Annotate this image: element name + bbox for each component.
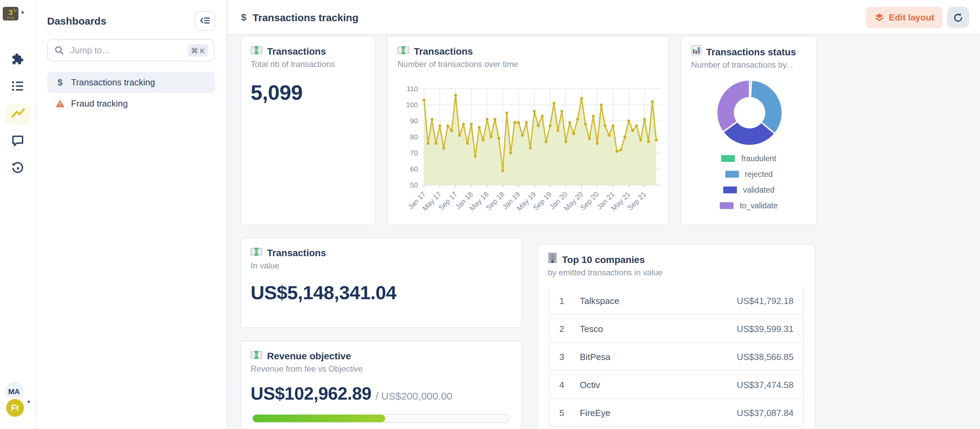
svg-text:€: € bbox=[255, 250, 258, 254]
revenue-progress-bar bbox=[252, 414, 510, 423]
rail-item-history[interactable] bbox=[5, 158, 30, 180]
collapse-sidebar-icon bbox=[199, 15, 210, 26]
legend-swatch bbox=[723, 187, 737, 193]
company-name: Tesco bbox=[580, 324, 737, 334]
collapse-sidebar-button[interactable] bbox=[195, 11, 215, 30]
building-icon bbox=[548, 253, 557, 266]
nav-rail: 3 Bank ▾ MA Ft ▾ bbox=[0, 0, 36, 429]
company-name: BitPesa bbox=[580, 351, 737, 362]
layers-icon bbox=[874, 12, 884, 22]
legend-swatch bbox=[722, 155, 735, 162]
warning-icon bbox=[55, 99, 65, 108]
total-transactions-value: 5,099 bbox=[251, 81, 365, 105]
dollar-icon: $ bbox=[241, 12, 247, 22]
svg-text:€: € bbox=[255, 353, 258, 357]
legend-item-rejected[interactable]: rejected bbox=[725, 170, 773, 178]
table-row: 3BitPesaUS$38,566.85 bbox=[550, 343, 803, 371]
card-transactions-over-time: € Transactions Number of transactions ov… bbox=[387, 36, 668, 225]
company-value: US$37,474.58 bbox=[737, 380, 794, 390]
refresh-icon bbox=[953, 12, 964, 23]
company-value: US$37,087.84 bbox=[737, 407, 794, 418]
legend-label: validated bbox=[743, 186, 775, 194]
search-input[interactable] bbox=[69, 45, 188, 56]
donut-slice-rejected bbox=[751, 80, 782, 134]
legend-label: to_validate bbox=[740, 201, 778, 210]
rail-item-list[interactable] bbox=[5, 77, 30, 98]
svg-text:€: € bbox=[402, 48, 404, 52]
company-rank: 5 bbox=[559, 407, 580, 418]
svg-text:100: 100 bbox=[406, 101, 418, 108]
jump-to-search[interactable]: ⌘ K bbox=[47, 39, 215, 62]
legend-item-to_validate[interactable]: to_validate bbox=[720, 201, 778, 210]
edit-layout-button[interactable]: Edit layout bbox=[865, 7, 942, 28]
user-caret-icon[interactable]: ▾ bbox=[27, 399, 30, 405]
revenue-target: / US$200,000.00 bbox=[375, 390, 452, 402]
user-avatar[interactable]: Ft bbox=[5, 397, 25, 418]
company-name: Talkspace bbox=[580, 295, 737, 306]
table-row: 1TalkspaceUS$41,792.18 bbox=[550, 287, 803, 315]
company-name: Octiv bbox=[580, 380, 737, 390]
workspace-caret-icon[interactable]: ▾ bbox=[21, 10, 24, 16]
legend-label: rejected bbox=[745, 170, 773, 178]
chat-icon bbox=[11, 134, 25, 150]
donut-slice-to_validate bbox=[717, 80, 749, 132]
dollar-icon: $ bbox=[55, 77, 65, 88]
company-value: US$39,599.31 bbox=[737, 324, 794, 334]
table-row: 2TescoUS$39,599.31 bbox=[550, 315, 803, 343]
logo-texture bbox=[13, 8, 17, 12]
company-rank: 2 bbox=[559, 324, 580, 334]
panel-title: Dashboards bbox=[47, 15, 106, 26]
card-revenue-objective: € Revenue objective Revenue from fee vs … bbox=[240, 341, 522, 429]
svg-text:50: 50 bbox=[410, 181, 418, 189]
logo-text: 3 bbox=[8, 8, 13, 15]
svg-text:110: 110 bbox=[407, 85, 418, 92]
table-row: 5FireEyeUS$37,087.84 bbox=[550, 399, 803, 427]
shortcut-badge: ⌘ K bbox=[188, 44, 208, 56]
legend-item-validated[interactable]: validated bbox=[723, 186, 775, 194]
dashboards-panel: Dashboards ⌘ K $ Transactions tracki bbox=[35, 0, 228, 429]
money-banknote-icon: € bbox=[251, 350, 262, 362]
money-banknote-icon: € bbox=[251, 247, 262, 259]
transactions-in-value: US$5,148,341.04 bbox=[251, 282, 512, 304]
company-name: FireEye bbox=[580, 407, 737, 418]
dashboard-content: € Transactions Total nb of transactions … bbox=[227, 34, 980, 429]
user-area: MA Ft ▾ bbox=[0, 382, 35, 421]
list-icon bbox=[11, 79, 25, 95]
puzzle-icon bbox=[11, 52, 25, 68]
money-banknote-icon: € bbox=[398, 45, 409, 57]
transactions-status-donut bbox=[682, 77, 818, 149]
transactions-line-chart: 5060708090100110Jan 17May 17Sep 17Jan 18… bbox=[388, 69, 669, 226]
svg-text:€: € bbox=[255, 48, 258, 52]
svg-text:90: 90 bbox=[410, 117, 418, 125]
card-transactions-status: Transactions status Number of transactio… bbox=[681, 36, 817, 225]
rail-item-activity[interactable] bbox=[5, 104, 30, 125]
svg-text:80: 80 bbox=[410, 133, 418, 141]
revenue-progress-fill bbox=[253, 415, 385, 422]
search-icon bbox=[55, 46, 64, 55]
money-banknote-icon: € bbox=[251, 45, 262, 57]
page-title: $ Transactions tracking bbox=[241, 11, 358, 23]
donut-legend: fraudulentrejectedvalidatedto_validate bbox=[682, 155, 816, 210]
rail-item-chat[interactable] bbox=[5, 131, 30, 152]
bar-chart-icon bbox=[691, 45, 702, 58]
sidebar-item-fraud-tracking[interactable]: Fraud tracking bbox=[47, 93, 215, 114]
main-header: $ Transactions tracking Edit layout bbox=[227, 0, 980, 35]
svg-text:60: 60 bbox=[410, 165, 418, 173]
workspace-logo[interactable]: 3 Bank bbox=[3, 7, 18, 21]
legend-swatch bbox=[720, 202, 733, 209]
app-window: 3 Bank ▾ MA Ft ▾ Dashboards bbox=[0, 0, 980, 429]
company-value: US$38,566.85 bbox=[737, 351, 794, 362]
revenue-value: US$102,962.89 bbox=[251, 383, 372, 404]
svg-text:70: 70 bbox=[410, 149, 418, 157]
sidebar-item-transactions-tracking[interactable]: $ Transactions tracking bbox=[47, 72, 215, 93]
company-rank: 1 bbox=[559, 295, 580, 306]
refresh-button[interactable] bbox=[947, 7, 969, 28]
table-row: 4OctivUS$37,474.58 bbox=[550, 371, 803, 399]
card-transactions-in-value: € Transactions In value US$5,148,341.04 bbox=[240, 238, 522, 328]
legend-swatch bbox=[725, 171, 738, 178]
rail-item-puzzle[interactable] bbox=[5, 49, 30, 70]
companies-table: 1TalkspaceUS$41,792.182TescoUS$39,599.31… bbox=[549, 287, 804, 427]
history-icon bbox=[11, 161, 25, 177]
dashboard-list: $ Transactions tracking Fraud tracking bbox=[47, 72, 215, 114]
legend-item-fraudulent[interactable]: fraudulent bbox=[722, 155, 776, 163]
